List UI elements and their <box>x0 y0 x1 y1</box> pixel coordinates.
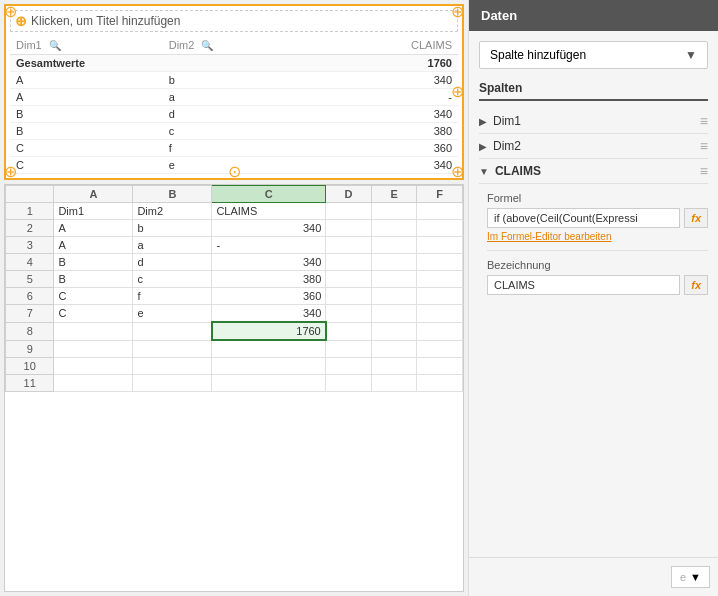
expand-arrow-dim1[interactable]: ▶ <box>479 116 487 127</box>
cell-2b[interactable]: b <box>133 220 212 237</box>
pivot-title-bar[interactable]: ⊕ Klicken, um Titel hinzufügen <box>10 10 458 32</box>
pivot-header-row: Dim1 🔍 Dim2 🔍 CLAIMS <box>10 36 458 55</box>
formula-editor-link[interactable]: Im Formel-Editor bearbeiten <box>487 231 708 242</box>
cell-10e[interactable] <box>371 357 417 374</box>
col-header-e[interactable]: E <box>371 186 417 203</box>
cell-10f[interactable] <box>417 357 463 374</box>
cell-9a[interactable] <box>54 340 133 357</box>
column-item-dim2[interactable]: ▶ Dim2 ≡ <box>479 134 708 159</box>
claims-menu-icon[interactable]: ≡ <box>700 163 708 179</box>
cell-7c[interactable]: 340 <box>212 305 326 323</box>
cell-5e[interactable] <box>371 271 417 288</box>
dim2-menu-icon[interactable]: ≡ <box>700 138 708 154</box>
cell-9e[interactable] <box>371 340 417 357</box>
cell-8f[interactable] <box>417 322 463 340</box>
dim1-menu-icon[interactable]: ≡ <box>700 113 708 129</box>
cell-8e[interactable] <box>371 322 417 340</box>
dim2-search-icon[interactable]: 🔍 <box>201 40 213 51</box>
cell-6a[interactable]: C <box>54 288 133 305</box>
pivot-col-dim2[interactable]: Dim2 🔍 <box>163 36 316 55</box>
cell-7d[interactable] <box>326 305 372 323</box>
row-num-2: 2 <box>6 220 54 237</box>
cell-3f[interactable] <box>417 237 463 254</box>
row-dim2: f <box>163 140 316 157</box>
cell-8a[interactable] <box>54 322 133 340</box>
cell-1b[interactable]: Dim2 <box>133 203 212 220</box>
cell-4d[interactable] <box>326 254 372 271</box>
cell-4a[interactable]: B <box>54 254 133 271</box>
cell-7b[interactable]: e <box>133 305 212 323</box>
cell-4c[interactable]: 340 <box>212 254 326 271</box>
cell-6f[interactable] <box>417 288 463 305</box>
cell-10c[interactable] <box>212 357 326 374</box>
cell-8b[interactable] <box>133 322 212 340</box>
cell-11e[interactable] <box>371 374 417 391</box>
cell-8d[interactable] <box>326 322 372 340</box>
cell-5c[interactable]: 380 <box>212 271 326 288</box>
column-item-dim1[interactable]: ▶ Dim1 ≡ <box>479 109 708 134</box>
col-header-d[interactable]: D <box>326 186 372 203</box>
cell-6b[interactable]: f <box>133 288 212 305</box>
cell-11d[interactable] <box>326 374 372 391</box>
corner-arrow-bm: ⊙ <box>228 164 241 180</box>
cell-6d[interactable] <box>326 288 372 305</box>
cell-11b[interactable] <box>133 374 212 391</box>
cell-5d[interactable] <box>326 271 372 288</box>
column-item-claims[interactable]: ▼ CLAIMS ≡ <box>479 159 708 184</box>
add-column-button[interactable]: Spalte hinzufügen ▼ <box>479 41 708 69</box>
cell-9b[interactable] <box>133 340 212 357</box>
cell-1d[interactable] <box>326 203 372 220</box>
pivot-container: ⊕ ⊕ ⊕ ⊕ ⊙ ⊕ ⊕ Klicken, um Titel hinzufüg… <box>4 4 464 180</box>
cell-3e[interactable] <box>371 237 417 254</box>
cell-5b[interactable]: c <box>133 271 212 288</box>
cell-10d[interactable] <box>326 357 372 374</box>
cell-2f[interactable] <box>417 220 463 237</box>
cell-4b[interactable]: d <box>133 254 212 271</box>
cell-3b[interactable]: a <box>133 237 212 254</box>
cell-7f[interactable] <box>417 305 463 323</box>
cell-4e[interactable] <box>371 254 417 271</box>
col-header-c[interactable]: C <box>212 186 326 203</box>
cell-2e[interactable] <box>371 220 417 237</box>
cell-3d[interactable] <box>326 237 372 254</box>
footer-dropdown-button[interactable]: e ▼ <box>671 566 710 588</box>
cell-11c[interactable] <box>212 374 326 391</box>
cell-2d[interactable] <box>326 220 372 237</box>
cell-9f[interactable] <box>417 340 463 357</box>
cell-6e[interactable] <box>371 288 417 305</box>
cell-7a[interactable]: C <box>54 305 133 323</box>
cell-10b[interactable] <box>133 357 212 374</box>
cell-11a[interactable] <box>54 374 133 391</box>
bezeichnung-fx-button[interactable]: fx <box>684 275 708 295</box>
formula-fx-button[interactable]: fx <box>684 208 708 228</box>
cell-2a[interactable]: A <box>54 220 133 237</box>
col-header-b[interactable]: B <box>133 186 212 203</box>
pivot-data-row: B c 380 <box>10 123 458 140</box>
cell-2c[interactable]: 340 <box>212 220 326 237</box>
cell-8c-selected[interactable]: 1760 <box>212 322 326 340</box>
col-header-f[interactable]: F <box>417 186 463 203</box>
cell-4f[interactable] <box>417 254 463 271</box>
bezeichnung-input[interactable] <box>487 275 680 295</box>
row-num-11: 11 <box>6 374 54 391</box>
expand-arrow-claims[interactable]: ▼ <box>479 166 489 177</box>
formula-input[interactable]: if (above(Ceil(Count(Expressi <box>487 208 680 228</box>
cell-1c[interactable]: CLAIMS <box>212 203 326 220</box>
cell-5a[interactable]: B <box>54 271 133 288</box>
cell-7e[interactable] <box>371 305 417 323</box>
cell-1a[interactable]: Dim1 <box>54 203 133 220</box>
col-header-a[interactable]: A <box>54 186 133 203</box>
cell-10a[interactable] <box>54 357 133 374</box>
cell-3a[interactable]: A <box>54 237 133 254</box>
dim1-search-icon[interactable]: 🔍 <box>49 40 61 51</box>
cell-1e[interactable] <box>371 203 417 220</box>
cell-3c[interactable]: - <box>212 237 326 254</box>
pivot-col-dim1[interactable]: Dim1 🔍 <box>10 36 163 55</box>
cell-11f[interactable] <box>417 374 463 391</box>
cell-9d[interactable] <box>326 340 372 357</box>
cell-5f[interactable] <box>417 271 463 288</box>
expand-arrow-dim2[interactable]: ▶ <box>479 141 487 152</box>
cell-9c[interactable] <box>212 340 326 357</box>
cell-6c[interactable]: 360 <box>212 288 326 305</box>
cell-1f[interactable] <box>417 203 463 220</box>
